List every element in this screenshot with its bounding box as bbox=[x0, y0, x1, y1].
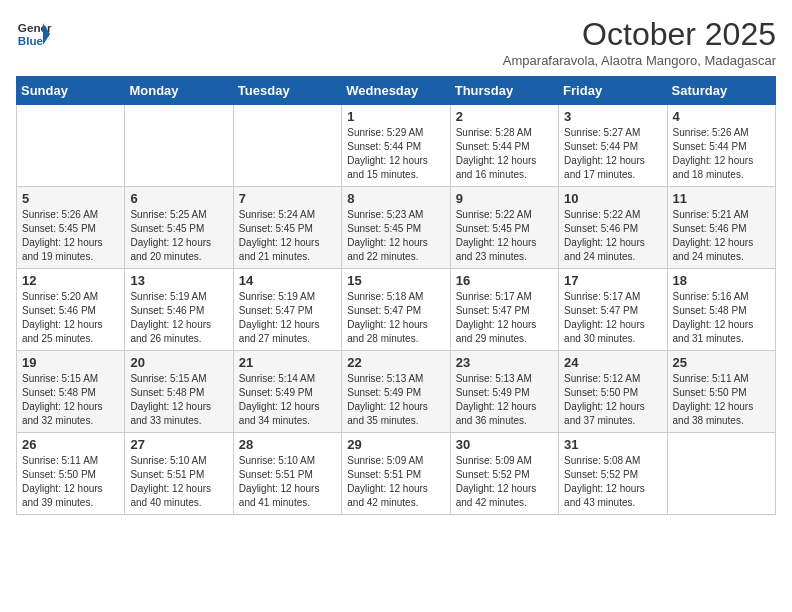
calendar-cell: 19Sunrise: 5:15 AM Sunset: 5:48 PM Dayli… bbox=[17, 351, 125, 433]
day-info: Sunrise: 5:25 AM Sunset: 5:45 PM Dayligh… bbox=[130, 208, 227, 264]
calendar-cell: 17Sunrise: 5:17 AM Sunset: 5:47 PM Dayli… bbox=[559, 269, 667, 351]
calendar-cell: 14Sunrise: 5:19 AM Sunset: 5:47 PM Dayli… bbox=[233, 269, 341, 351]
day-info: Sunrise: 5:24 AM Sunset: 5:45 PM Dayligh… bbox=[239, 208, 336, 264]
day-info: Sunrise: 5:16 AM Sunset: 5:48 PM Dayligh… bbox=[673, 290, 770, 346]
calendar-cell: 7Sunrise: 5:24 AM Sunset: 5:45 PM Daylig… bbox=[233, 187, 341, 269]
calendar-week-1: 1Sunrise: 5:29 AM Sunset: 5:44 PM Daylig… bbox=[17, 105, 776, 187]
day-number: 6 bbox=[130, 191, 227, 206]
day-number: 17 bbox=[564, 273, 661, 288]
month-title: October 2025 bbox=[503, 16, 776, 53]
calendar-cell: 5Sunrise: 5:26 AM Sunset: 5:45 PM Daylig… bbox=[17, 187, 125, 269]
day-number: 26 bbox=[22, 437, 119, 452]
day-number: 10 bbox=[564, 191, 661, 206]
column-header-friday: Friday bbox=[559, 77, 667, 105]
day-number: 11 bbox=[673, 191, 770, 206]
calendar-cell: 21Sunrise: 5:14 AM Sunset: 5:49 PM Dayli… bbox=[233, 351, 341, 433]
column-header-saturday: Saturday bbox=[667, 77, 775, 105]
column-header-thursday: Thursday bbox=[450, 77, 558, 105]
calendar-cell: 10Sunrise: 5:22 AM Sunset: 5:46 PM Dayli… bbox=[559, 187, 667, 269]
day-info: Sunrise: 5:23 AM Sunset: 5:45 PM Dayligh… bbox=[347, 208, 444, 264]
day-number: 31 bbox=[564, 437, 661, 452]
day-number: 1 bbox=[347, 109, 444, 124]
calendar-cell: 6Sunrise: 5:25 AM Sunset: 5:45 PM Daylig… bbox=[125, 187, 233, 269]
day-info: Sunrise: 5:18 AM Sunset: 5:47 PM Dayligh… bbox=[347, 290, 444, 346]
day-info: Sunrise: 5:26 AM Sunset: 5:45 PM Dayligh… bbox=[22, 208, 119, 264]
day-number: 22 bbox=[347, 355, 444, 370]
day-number: 13 bbox=[130, 273, 227, 288]
calendar-cell bbox=[667, 433, 775, 515]
day-info: Sunrise: 5:20 AM Sunset: 5:46 PM Dayligh… bbox=[22, 290, 119, 346]
day-number: 8 bbox=[347, 191, 444, 206]
column-header-sunday: Sunday bbox=[17, 77, 125, 105]
day-number: 27 bbox=[130, 437, 227, 452]
calendar-week-3: 12Sunrise: 5:20 AM Sunset: 5:46 PM Dayli… bbox=[17, 269, 776, 351]
calendar-week-4: 19Sunrise: 5:15 AM Sunset: 5:48 PM Dayli… bbox=[17, 351, 776, 433]
calendar-cell: 4Sunrise: 5:26 AM Sunset: 5:44 PM Daylig… bbox=[667, 105, 775, 187]
calendar-cell: 15Sunrise: 5:18 AM Sunset: 5:47 PM Dayli… bbox=[342, 269, 450, 351]
day-number: 24 bbox=[564, 355, 661, 370]
column-header-monday: Monday bbox=[125, 77, 233, 105]
calendar-cell: 23Sunrise: 5:13 AM Sunset: 5:49 PM Dayli… bbox=[450, 351, 558, 433]
day-info: Sunrise: 5:14 AM Sunset: 5:49 PM Dayligh… bbox=[239, 372, 336, 428]
calendar-cell: 9Sunrise: 5:22 AM Sunset: 5:45 PM Daylig… bbox=[450, 187, 558, 269]
calendar-cell: 13Sunrise: 5:19 AM Sunset: 5:46 PM Dayli… bbox=[125, 269, 233, 351]
day-number: 18 bbox=[673, 273, 770, 288]
day-info: Sunrise: 5:09 AM Sunset: 5:51 PM Dayligh… bbox=[347, 454, 444, 510]
day-info: Sunrise: 5:28 AM Sunset: 5:44 PM Dayligh… bbox=[456, 126, 553, 182]
calendar-cell: 24Sunrise: 5:12 AM Sunset: 5:50 PM Dayli… bbox=[559, 351, 667, 433]
day-info: Sunrise: 5:15 AM Sunset: 5:48 PM Dayligh… bbox=[22, 372, 119, 428]
calendar-cell: 3Sunrise: 5:27 AM Sunset: 5:44 PM Daylig… bbox=[559, 105, 667, 187]
column-header-wednesday: Wednesday bbox=[342, 77, 450, 105]
calendar-cell: 27Sunrise: 5:10 AM Sunset: 5:51 PM Dayli… bbox=[125, 433, 233, 515]
day-number: 30 bbox=[456, 437, 553, 452]
calendar-cell: 26Sunrise: 5:11 AM Sunset: 5:50 PM Dayli… bbox=[17, 433, 125, 515]
day-number: 2 bbox=[456, 109, 553, 124]
logo: General Blue bbox=[16, 16, 52, 52]
day-info: Sunrise: 5:21 AM Sunset: 5:46 PM Dayligh… bbox=[673, 208, 770, 264]
calendar-cell: 16Sunrise: 5:17 AM Sunset: 5:47 PM Dayli… bbox=[450, 269, 558, 351]
calendar-cell bbox=[17, 105, 125, 187]
logo-icon: General Blue bbox=[16, 16, 52, 52]
day-number: 9 bbox=[456, 191, 553, 206]
calendar-cell: 1Sunrise: 5:29 AM Sunset: 5:44 PM Daylig… bbox=[342, 105, 450, 187]
day-info: Sunrise: 5:08 AM Sunset: 5:52 PM Dayligh… bbox=[564, 454, 661, 510]
page-header: General Blue October 2025 Amparafaravola… bbox=[16, 16, 776, 68]
calendar-table: SundayMondayTuesdayWednesdayThursdayFrid… bbox=[16, 76, 776, 515]
day-info: Sunrise: 5:22 AM Sunset: 5:46 PM Dayligh… bbox=[564, 208, 661, 264]
day-info: Sunrise: 5:29 AM Sunset: 5:44 PM Dayligh… bbox=[347, 126, 444, 182]
calendar-cell: 30Sunrise: 5:09 AM Sunset: 5:52 PM Dayli… bbox=[450, 433, 558, 515]
location-subtitle: Amparafaravola, Alaotra Mangoro, Madagas… bbox=[503, 53, 776, 68]
calendar-cell: 28Sunrise: 5:10 AM Sunset: 5:51 PM Dayli… bbox=[233, 433, 341, 515]
day-info: Sunrise: 5:10 AM Sunset: 5:51 PM Dayligh… bbox=[239, 454, 336, 510]
calendar-cell: 22Sunrise: 5:13 AM Sunset: 5:49 PM Dayli… bbox=[342, 351, 450, 433]
day-info: Sunrise: 5:27 AM Sunset: 5:44 PM Dayligh… bbox=[564, 126, 661, 182]
day-info: Sunrise: 5:10 AM Sunset: 5:51 PM Dayligh… bbox=[130, 454, 227, 510]
day-info: Sunrise: 5:11 AM Sunset: 5:50 PM Dayligh… bbox=[673, 372, 770, 428]
day-number: 4 bbox=[673, 109, 770, 124]
calendar-cell: 12Sunrise: 5:20 AM Sunset: 5:46 PM Dayli… bbox=[17, 269, 125, 351]
day-number: 14 bbox=[239, 273, 336, 288]
day-info: Sunrise: 5:19 AM Sunset: 5:46 PM Dayligh… bbox=[130, 290, 227, 346]
day-number: 3 bbox=[564, 109, 661, 124]
day-number: 20 bbox=[130, 355, 227, 370]
calendar-cell bbox=[233, 105, 341, 187]
day-info: Sunrise: 5:13 AM Sunset: 5:49 PM Dayligh… bbox=[347, 372, 444, 428]
day-number: 25 bbox=[673, 355, 770, 370]
day-number: 15 bbox=[347, 273, 444, 288]
calendar-week-2: 5Sunrise: 5:26 AM Sunset: 5:45 PM Daylig… bbox=[17, 187, 776, 269]
day-number: 5 bbox=[22, 191, 119, 206]
day-info: Sunrise: 5:15 AM Sunset: 5:48 PM Dayligh… bbox=[130, 372, 227, 428]
day-number: 23 bbox=[456, 355, 553, 370]
day-info: Sunrise: 5:17 AM Sunset: 5:47 PM Dayligh… bbox=[564, 290, 661, 346]
day-number: 12 bbox=[22, 273, 119, 288]
day-number: 29 bbox=[347, 437, 444, 452]
day-number: 28 bbox=[239, 437, 336, 452]
day-info: Sunrise: 5:26 AM Sunset: 5:44 PM Dayligh… bbox=[673, 126, 770, 182]
day-info: Sunrise: 5:09 AM Sunset: 5:52 PM Dayligh… bbox=[456, 454, 553, 510]
title-block: October 2025 Amparafaravola, Alaotra Man… bbox=[503, 16, 776, 68]
day-number: 16 bbox=[456, 273, 553, 288]
day-number: 7 bbox=[239, 191, 336, 206]
calendar-cell: 2Sunrise: 5:28 AM Sunset: 5:44 PM Daylig… bbox=[450, 105, 558, 187]
calendar-week-5: 26Sunrise: 5:11 AM Sunset: 5:50 PM Dayli… bbox=[17, 433, 776, 515]
day-number: 19 bbox=[22, 355, 119, 370]
